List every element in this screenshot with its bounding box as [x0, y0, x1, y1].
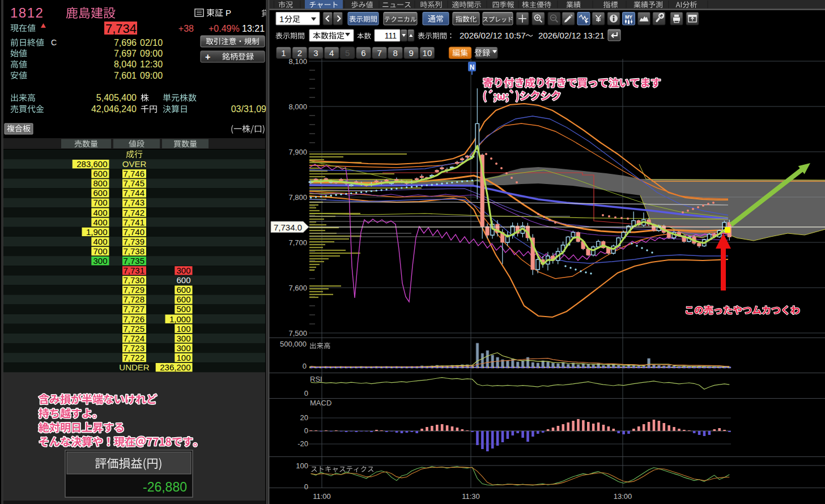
svg-text:8: 8	[393, 48, 397, 58]
svg-text:02/10: 02/10	[140, 38, 163, 48]
svg-text:400: 400	[93, 208, 107, 217]
svg-text:600: 600	[176, 285, 190, 294]
svg-text:100: 100	[176, 324, 190, 334]
svg-text:283,600: 283,600	[76, 159, 107, 169]
svg-text:7,734.0: 7,734.0	[274, 223, 302, 232]
svg-text:7,724: 7,724	[123, 334, 144, 343]
svg-text:N: N	[470, 63, 475, 71]
svg-text:09:00: 09:00	[140, 71, 163, 80]
svg-text:600: 600	[93, 188, 107, 198]
svg-text:600: 600	[93, 169, 107, 178]
svg-text:MACD: MACD	[310, 399, 331, 407]
svg-text:UNDER: UNDER	[119, 362, 150, 372]
svg-text:1: 1	[279, 14, 284, 24]
svg-text:3: 3	[313, 48, 318, 58]
svg-text:600: 600	[176, 275, 190, 285]
svg-text:800: 800	[93, 178, 107, 188]
svg-text:MY: MY	[625, 14, 632, 20]
svg-text:2026/02/12 13:21: 2026/02/12 13:21	[538, 31, 605, 40]
svg-text:8,000: 8,000	[288, 102, 307, 111]
svg-text:1812: 1812	[10, 5, 44, 20]
svg-text:700: 700	[93, 198, 107, 207]
svg-text:-26,880: -26,880	[143, 480, 187, 494]
svg-text:6: 6	[361, 48, 365, 58]
svg-text:2026/02/12 10:57: 2026/02/12 10:57	[460, 31, 526, 40]
svg-text:09:00: 09:00	[140, 49, 163, 58]
svg-text:13:21: 13:21	[242, 24, 265, 33]
svg-text:7,729: 7,729	[123, 285, 144, 294]
svg-text:C: C	[51, 38, 57, 47]
svg-text:400: 400	[93, 237, 107, 246]
svg-text:7,500: 7,500	[288, 329, 307, 338]
svg-text:0: 0	[303, 362, 307, 370]
svg-text:7,738: 7,738	[123, 246, 144, 256]
svg-text:7,735: 7,735	[123, 256, 144, 266]
svg-text:300: 300	[93, 256, 107, 266]
svg-text:20: 20	[300, 413, 308, 422]
svg-text:12:30: 12:30	[140, 59, 163, 69]
svg-text:7,723: 7,723	[123, 343, 144, 353]
svg-text:600: 600	[176, 294, 190, 304]
svg-text:7,696: 7,696	[114, 38, 137, 48]
svg-text:0: 0	[304, 482, 308, 491]
svg-text:7,900: 7,900	[288, 148, 307, 156]
svg-text:7,739: 7,739	[123, 237, 144, 246]
svg-text:1: 1	[281, 48, 286, 58]
svg-text:7,730: 7,730	[123, 275, 144, 285]
svg-text:OVER: OVER	[122, 159, 147, 169]
svg-text:1,000: 1,000	[169, 314, 191, 324]
svg-text:300: 300	[176, 266, 190, 275]
svg-text:7,601: 7,601	[114, 71, 137, 80]
svg-text:8,040: 8,040	[114, 59, 137, 69]
svg-text:100: 100	[296, 462, 308, 470]
svg-text:8,100: 8,100	[288, 57, 307, 66]
svg-text:7,726: 7,726	[123, 314, 144, 324]
svg-text:11:00: 11:00	[313, 492, 331, 501]
svg-text:300: 300	[176, 343, 190, 353]
svg-text:1,900: 1,900	[86, 227, 108, 237]
svg-text:7,722: 7,722	[123, 353, 144, 362]
svg-text:7,740: 7,740	[123, 227, 144, 237]
svg-text:500,000: 500,000	[280, 340, 307, 348]
svg-text:7,742: 7,742	[123, 208, 144, 217]
svg-text:7,744: 7,744	[123, 188, 144, 198]
svg-text:7,731: 7,731	[123, 266, 144, 275]
svg-text:4: 4	[329, 48, 334, 58]
svg-text:0: 0	[304, 426, 308, 435]
svg-text:7,600: 7,600	[288, 284, 307, 292]
svg-text:7,734: 7,734	[105, 22, 137, 36]
svg-text:111: 111	[385, 31, 397, 40]
svg-text:500: 500	[176, 304, 190, 314]
svg-text:5: 5	[345, 48, 350, 58]
svg-text:7,697: 7,697	[114, 49, 137, 58]
svg-text:9: 9	[409, 48, 414, 58]
svg-text:7,741: 7,741	[123, 217, 144, 227]
svg-text:42,046,240: 42,046,240	[91, 104, 137, 114]
svg-text:03/31,09: 03/31,09	[231, 104, 266, 114]
svg-text:100: 100	[176, 353, 190, 362]
svg-text:7,743: 7,743	[123, 198, 144, 207]
svg-text:+0.49%: +0.49%	[209, 24, 240, 33]
svg-text:400: 400	[93, 217, 107, 227]
svg-text:7,745: 7,745	[123, 178, 144, 188]
svg-text:300: 300	[176, 334, 190, 343]
svg-text:+38: +38	[178, 24, 194, 33]
svg-text:7,725: 7,725	[123, 324, 144, 334]
svg-text:11:30: 11:30	[462, 492, 480, 501]
svg-text:236,200: 236,200	[160, 362, 190, 372]
svg-text:7: 7	[377, 48, 382, 58]
svg-text:2: 2	[297, 48, 302, 58]
svg-text:7,700: 7,700	[288, 238, 307, 247]
svg-text:7,728: 7,728	[123, 294, 144, 304]
svg-text:7,746: 7,746	[123, 169, 144, 178]
svg-text:+: +	[205, 52, 210, 62]
svg-text:0: 0	[304, 389, 308, 398]
svg-text:-20: -20	[297, 439, 308, 448]
svg-text:5,405,400: 5,405,400	[96, 93, 137, 102]
svg-text:7,727: 7,727	[123, 304, 144, 314]
svg-text:7,800: 7,800	[288, 193, 307, 202]
svg-text:700: 700	[93, 246, 107, 256]
svg-text:13:00: 13:00	[614, 492, 632, 501]
svg-text:P: P	[226, 8, 231, 18]
svg-text:10: 10	[423, 48, 432, 58]
